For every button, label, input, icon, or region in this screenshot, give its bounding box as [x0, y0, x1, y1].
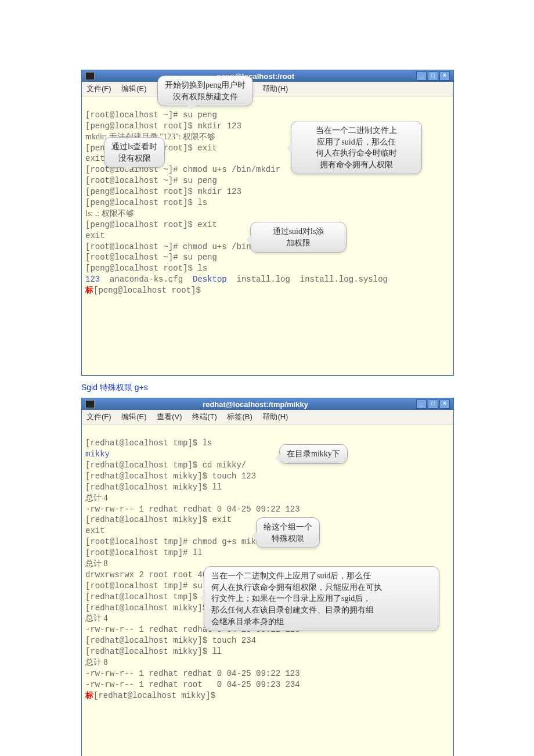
titlebar-1: peng@localhost:/root _ □ × [82, 70, 453, 82]
close-button[interactable]: × [439, 71, 450, 81]
line: [root@localhost ~]# su peng [85, 176, 217, 185]
line: [root@localhost ~]# su peng [85, 110, 217, 120]
callout-sgid-explain: 当在一个二进制文件上应用了suid后，那么任 何人在执行该命令拥有组权限，只能应… [204, 566, 439, 631]
menubar-1: 文件(F) 编辑(E) 查看(V) 终端(T) 标签(B) 帮助(H) [82, 82, 453, 96]
menubar-2: 文件(F) 编辑(E) 查看(V) 终端(T) 标签(B) 帮助(H) [82, 410, 453, 424]
ls-item: install.log.syslog [300, 275, 388, 284]
menu-tabs[interactable]: 标签(B) [227, 412, 252, 421]
line: 总计 4 [85, 614, 108, 622]
prompt: [redhat@localhost mikky]$ [93, 691, 215, 700]
menu-file[interactable]: 文件(F) [86, 412, 111, 421]
line: -rw-rw-r-- 1 redhat redhat 0 04-25 09:22… [85, 669, 300, 678]
line: [root@localhost tmp]# ll [85, 548, 203, 557]
line: -rw-rw-r-- 1 redhat root 0 04-25 09:23 2… [85, 680, 300, 689]
menu-view[interactable]: 查看(V) [157, 412, 182, 421]
callout-peng-start: 开始切换到peng用户时 没有权限新建文件 [157, 75, 253, 106]
line: [redhat@localhost mikky]$ ll [85, 603, 222, 613]
menu-edit[interactable]: 编辑(E) [121, 84, 146, 93]
maximize-button[interactable]: □ [428, 71, 438, 81]
callout-group-perm: 给这个组一个 特殊权限 [256, 517, 320, 548]
line: [peng@localhost root]$ ls [85, 264, 207, 273]
line: [root@localhost tmp]# chmod g+s mikky/ [85, 537, 270, 546]
line: [peng@localhost root]$ mkdir 123 [85, 187, 241, 196]
ls-item: 123 [85, 275, 100, 284]
callout-ls-deny: 通过ls查看时 没有权限 [104, 137, 165, 168]
ls-item: anaconda-ks.cfg [110, 275, 183, 284]
menu-terminal[interactable]: 终端(T) [192, 412, 217, 421]
menu-help[interactable]: 帮助(H) [262, 84, 288, 93]
terminal-icon [85, 400, 95, 408]
menu-file[interactable]: 文件(F) [86, 84, 111, 93]
terminal-icon [85, 72, 95, 80]
line: exit [85, 231, 105, 240]
callout-suid-ls: 通过suid对ls添 加权限 [250, 222, 347, 253]
line: [root@localhost ~]# chmod u+s /bin/ls [85, 242, 266, 251]
window-title-2: redhat@localhost:/tmp/mikky [95, 400, 416, 409]
prompt: [peng@localhost root]$ [93, 286, 201, 295]
line: [redhat@localhost mikky]$ exit [85, 515, 232, 524]
line: [redhat@localhost tmp]$ ls [85, 438, 212, 448]
line: exit [85, 526, 105, 535]
line: 总计 8 [85, 658, 108, 667]
line: -rw-rw-r-- 1 redhat redhat 0 04-25 09:22… [85, 505, 300, 514]
line: [redhat@localhost mikky]$ touch 234 [85, 636, 256, 645]
terminal-window-2: redhat@localhost:/tmp/mikky _ □ × 文件(F) … [81, 398, 454, 756]
menu-edit[interactable]: 编辑(E) [121, 412, 146, 421]
titlebar-2: redhat@localhost:/tmp/mikky _ □ × [82, 398, 453, 410]
line: [peng@localhost root]$ mkdir 123 [85, 121, 241, 131]
ls-item: install.log [237, 275, 290, 284]
line: [redhat@localhost tmp]$ cd mikky/ [85, 460, 246, 470]
line: [redhat@localhost mikky]$ touch 123 [85, 471, 256, 481]
window-title-1: peng@localhost:/root [95, 72, 416, 81]
ls-item: Desktop [193, 275, 227, 284]
callout-suid-explain: 当在一个二进制文件上 应用了suid后，那么任 何人在执行命令时临时 拥有命令拥… [291, 121, 422, 174]
terminal-body-2[interactable]: [redhat@localhost tmp]$ ls mikky [redhat… [82, 424, 453, 756]
callout-in-mikky: 在目录mikky下 [279, 444, 348, 464]
line: 总计 8 [85, 559, 108, 568]
minimize-button[interactable]: _ [416, 71, 427, 81]
maximize-button[interactable]: □ [428, 399, 438, 409]
line: 总计 4 [85, 494, 108, 502]
terminal-window-1: peng@localhost:/root _ □ × 文件(F) 编辑(E) 查… [81, 70, 454, 376]
line: [redhat@localhost mikky]$ ll [85, 647, 222, 656]
cursor-mark: 标 [85, 286, 93, 295]
line: [peng@localhost root]$ ls [85, 198, 207, 207]
line: [peng@localhost root]$ exit [85, 220, 217, 229]
terminal-body-1[interactable]: [root@localhost ~]# su peng [peng@localh… [82, 96, 453, 375]
line: [redhat@localhost mikky]$ ll [85, 483, 222, 492]
line: mikky [85, 449, 110, 459]
minimize-button[interactable]: _ [416, 399, 427, 409]
menu-help[interactable]: 帮助(H) [262, 412, 288, 421]
line: exit [85, 154, 105, 163]
cursor-mark: 标 [85, 691, 93, 700]
close-button[interactable]: × [439, 399, 450, 409]
line: ls: .: 权限不够 [85, 209, 134, 218]
line: [root@localhost ~]# su peng [85, 253, 217, 262]
caption-sgid: Sgid 特殊权限 g+s [81, 383, 534, 393]
